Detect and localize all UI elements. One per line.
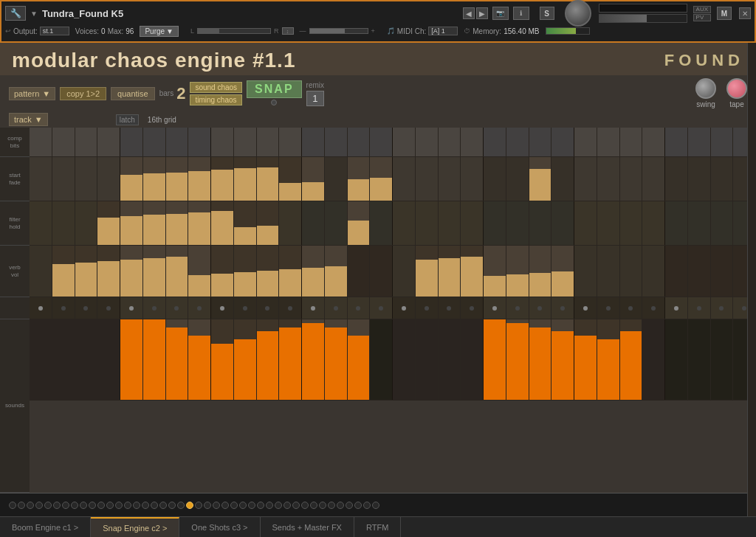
grid-cell[interactable]	[75, 246, 98, 297]
grid-cell[interactable]	[188, 157, 211, 201]
grid-cell[interactable]	[688, 128, 711, 156]
tab-boom[interactable]: Boom Engine c1 >	[0, 517, 91, 537]
grid-cell[interactable]	[439, 201, 461, 245]
grid-cell[interactable]	[620, 319, 643, 400]
grid-cell[interactable]	[484, 128, 506, 156]
grid-cell[interactable]	[597, 128, 620, 156]
grid-cell[interactable]	[393, 201, 416, 245]
grid-cell[interactable]	[75, 128, 98, 156]
tab-oneshots[interactable]: One Shots c3 >	[179, 517, 260, 537]
grid-cell[interactable]	[166, 246, 189, 297]
grid-cell[interactable]	[234, 319, 257, 400]
tab-rtfm[interactable]: RTFM	[354, 517, 401, 537]
latch-button[interactable]: latch	[116, 114, 139, 125]
grid-cell[interactable]	[597, 319, 620, 400]
nav-dot[interactable]	[18, 502, 25, 509]
nav-dot[interactable]	[80, 502, 87, 509]
grid-cell[interactable]	[529, 246, 552, 297]
nav-dot[interactable]	[62, 502, 69, 509]
grid-cell[interactable]	[234, 297, 257, 319]
grid-cell[interactable]	[597, 297, 620, 319]
nav-dot[interactable]	[35, 502, 43, 509]
grid-cell[interactable]	[75, 157, 98, 201]
grid-cell[interactable]	[688, 201, 711, 245]
grid-cell[interactable]	[642, 246, 665, 297]
grid-cell[interactable]	[325, 246, 348, 297]
grid-cell[interactable]	[97, 157, 120, 201]
grid-cell[interactable]	[30, 319, 52, 400]
grid-cell[interactable]	[506, 128, 529, 156]
grid-cell[interactable]	[370, 157, 393, 201]
grid-cell[interactable]	[551, 157, 574, 201]
grid-cell[interactable]	[439, 128, 461, 156]
grid-cell[interactable]	[325, 201, 348, 245]
grid-cell[interactable]	[325, 319, 348, 400]
grid-cell[interactable]	[348, 201, 371, 245]
nav-dot[interactable]	[9, 502, 16, 509]
grid-cell[interactable]	[75, 319, 98, 400]
grid-cell[interactable]	[688, 297, 711, 319]
grid-cell[interactable]	[234, 201, 257, 245]
nav-dot[interactable]	[221, 502, 229, 509]
grid-cell[interactable]	[461, 201, 484, 245]
grid-cell[interactable]	[416, 157, 439, 201]
grid-cell[interactable]	[393, 246, 416, 297]
grid-cell[interactable]	[257, 319, 280, 400]
grid-cell[interactable]	[484, 246, 506, 297]
grid-cell[interactable]	[97, 128, 120, 156]
wrench-icon[interactable]: 🔧	[5, 6, 26, 21]
grid-cell[interactable]	[551, 128, 574, 156]
grid-cell[interactable]	[279, 319, 302, 400]
m-button[interactable]: M	[717, 7, 732, 20]
grid-cell[interactable]	[120, 157, 143, 201]
grid-cell[interactable]	[257, 157, 280, 201]
grid-cell[interactable]	[143, 201, 166, 245]
nav-dot[interactable]	[266, 502, 273, 509]
grid-cell[interactable]	[211, 319, 234, 400]
grid-cell[interactable]	[529, 201, 552, 245]
nav-dot[interactable]	[310, 502, 317, 509]
grid-cell[interactable]	[370, 128, 393, 156]
nav-dot[interactable]	[213, 502, 220, 509]
grid-cell[interactable]	[529, 157, 552, 201]
nav-dot[interactable]	[151, 502, 158, 509]
nav-dot[interactable]	[115, 502, 123, 509]
grid-cell[interactable]	[279, 246, 302, 297]
dropdown-arrow[interactable]: ▼	[30, 10, 38, 18]
grid-cell[interactable]	[30, 297, 52, 319]
grid-cell[interactable]	[143, 319, 166, 400]
grid-cell[interactable]	[234, 157, 257, 201]
grid-cell[interactable]	[574, 319, 597, 400]
grid-cell[interactable]	[302, 201, 325, 245]
grid-cell[interactable]	[279, 297, 302, 319]
nav-dot[interactable]	[186, 502, 193, 509]
grid-cell[interactable]	[211, 128, 234, 156]
grid-cell[interactable]	[461, 297, 484, 319]
grid-cell[interactable]	[711, 297, 734, 319]
grid-cell[interactable]	[279, 128, 302, 156]
grid-cell[interactable]	[461, 128, 484, 156]
scrollbar[interactable]	[747, 128, 756, 493]
quantise-button[interactable]: quantise	[111, 87, 155, 100]
grid-cell[interactable]	[211, 201, 234, 245]
grid-cell[interactable]	[97, 297, 120, 319]
grid-cell[interactable]	[188, 319, 211, 400]
grid-cell[interactable]	[75, 201, 98, 245]
grid-cell[interactable]	[529, 297, 552, 319]
camera-icon[interactable]: 📷	[492, 7, 509, 20]
grid-cell[interactable]	[143, 157, 166, 201]
grid-cell[interactable]	[642, 297, 665, 319]
grid-cell[interactable]	[711, 128, 734, 156]
swing-knob[interactable]	[695, 78, 716, 99]
grid-cell[interactable]	[370, 246, 393, 297]
grid-cell[interactable]	[393, 157, 416, 201]
nav-dot[interactable]	[328, 502, 335, 509]
grid-cell[interactable]	[257, 201, 280, 245]
grid-cell[interactable]	[143, 246, 166, 297]
grid-cell[interactable]	[302, 319, 325, 400]
info-icon[interactable]: ℹ	[513, 7, 529, 20]
grid-cell[interactable]	[416, 128, 439, 156]
midi-value[interactable]: [A] 1	[428, 27, 458, 35]
nav-dot[interactable]	[159, 502, 167, 509]
grid-cell[interactable]	[52, 319, 75, 400]
